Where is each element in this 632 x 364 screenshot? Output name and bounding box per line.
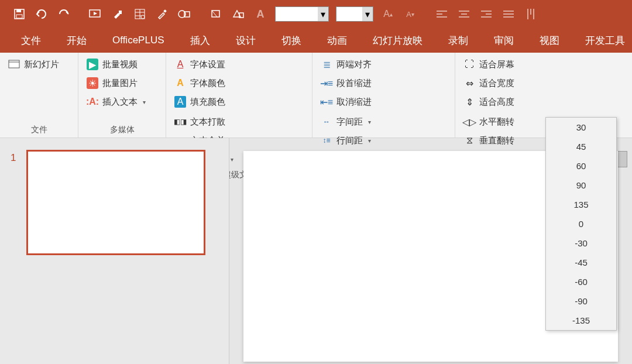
group-label: 多媒体 xyxy=(83,122,161,136)
slide-number: 1 xyxy=(11,150,16,352)
new-slide-icon xyxy=(8,59,20,70)
save-icon[interactable] xyxy=(12,6,27,22)
label: 插入文本 xyxy=(102,97,138,108)
fit-height-icon: ⇕ xyxy=(463,96,475,108)
tab-strip: 文件 开始 OfficePLUS 插入 设计 切换 动画 幻灯片放映 录制 审阅… xyxy=(0,28,632,53)
label: 字体颜色 xyxy=(190,78,225,89)
angle-option[interactable]: -90 xyxy=(546,291,616,311)
align-center-icon[interactable] xyxy=(456,6,472,22)
align-right-icon[interactable] xyxy=(479,6,494,22)
label: 适合高度 xyxy=(479,97,514,108)
label: 两端对齐 xyxy=(336,59,372,70)
label: 字间距 xyxy=(336,116,363,128)
new-slide-button[interactable]: 新幻灯片 xyxy=(5,56,73,73)
format-painter-icon[interactable] xyxy=(110,6,125,22)
tab-file[interactable]: 文件 xyxy=(8,28,54,53)
slideshow-start-icon[interactable] xyxy=(88,6,103,22)
shape-tool-icon[interactable] xyxy=(208,6,224,22)
tab-slideshow[interactable]: 幻灯片放映 xyxy=(360,28,435,53)
angle-option[interactable]: 60 xyxy=(546,156,616,176)
font-family-combo[interactable]: ▾ xyxy=(275,6,329,22)
align-justify-icon[interactable] xyxy=(501,6,516,22)
svg-rect-4 xyxy=(119,11,122,14)
justify-icon: ≣ xyxy=(321,59,332,70)
fit-height-button[interactable]: ⇕ 适合高度 xyxy=(460,94,627,110)
eyedropper-icon[interactable] xyxy=(154,6,170,22)
align-top-icon[interactable] xyxy=(523,6,538,22)
label: 适合宽度 xyxy=(479,78,514,89)
angle-option[interactable]: -135 xyxy=(546,311,616,330)
tab-record[interactable]: 录制 xyxy=(435,28,481,53)
fill-color-button[interactable]: A 填充颜色 xyxy=(171,94,307,110)
increase-font-icon[interactable]: A▴ xyxy=(380,6,396,22)
group-supertext: A 字体设置 A 字体颜色 A 填充颜色 ◧◨ 文本打散 ⇥⇤ xyxy=(166,53,312,138)
tab-officeplus[interactable]: OfficePLUS xyxy=(99,28,177,53)
font-color-icon: A xyxy=(174,77,186,89)
image-icon: ☀ xyxy=(87,77,98,89)
label: 批量视频 xyxy=(102,59,138,70)
chevron-down-icon[interactable]: ▾ xyxy=(318,7,328,21)
chevron-down-icon: ▾ xyxy=(368,119,371,125)
label: 填充颜色 xyxy=(190,97,225,108)
char-spacing-icon: ↔ xyxy=(321,116,332,128)
indent-icon: ⇥≡ xyxy=(321,77,332,89)
redo-icon[interactable] xyxy=(56,6,71,22)
group-multimedia: ▶ 批量视频 ☀ 批量图片 :A: 插入文本 ▾ 多媒体 xyxy=(78,53,166,138)
angle-option[interactable]: -45 xyxy=(546,253,616,272)
tab-view[interactable]: 视图 xyxy=(527,28,572,53)
angle-option[interactable]: 45 xyxy=(546,137,616,156)
quick-access-toolbar: A ▾ ▾ A▴ A▾ xyxy=(0,0,632,28)
tab-home[interactable]: 开始 xyxy=(54,28,99,53)
justify-button[interactable]: ≣ 两端对齐 xyxy=(317,56,450,73)
outdent-icon: ⇤≡ xyxy=(321,96,332,108)
tab-developer[interactable]: 开发工具 xyxy=(572,28,632,53)
tab-design[interactable]: 设计 xyxy=(223,28,269,53)
chevron-down-icon[interactable]: ▾ xyxy=(362,7,373,21)
font-color-button[interactable]: A 字体颜色 xyxy=(171,75,307,91)
tab-insert[interactable]: 插入 xyxy=(177,28,223,53)
remove-indent-button[interactable]: ⇤≡ 取消缩进 xyxy=(317,94,450,110)
label: 新幻灯片 xyxy=(24,59,59,70)
angle-option[interactable]: 30 xyxy=(546,118,616,137)
label: 取消缩进 xyxy=(336,97,372,108)
shape-tool2-icon[interactable] xyxy=(231,6,246,22)
label: 文本打散 xyxy=(190,116,225,128)
text-scatter-button[interactable]: ◧◨ 文本打散 xyxy=(171,114,307,130)
font-setting-icon: A xyxy=(174,59,186,70)
svg-rect-10 xyxy=(163,9,167,13)
align-left-icon[interactable] xyxy=(434,6,449,22)
insert-text-button[interactable]: :A: 插入文本 ▾ xyxy=(83,94,161,110)
flip-h-icon: ◁▷ xyxy=(463,116,475,128)
angle-option[interactable]: 135 xyxy=(546,195,616,214)
batch-video-button[interactable]: ▶ 批量视频 xyxy=(83,56,161,73)
video-icon: ▶ xyxy=(87,59,98,70)
batch-image-button[interactable]: ☀ 批量图片 xyxy=(83,75,161,91)
tab-animations[interactable]: 动画 xyxy=(314,28,360,53)
font-size-combo[interactable]: ▾ xyxy=(336,6,373,22)
angle-option[interactable]: 90 xyxy=(546,176,616,195)
angle-option[interactable]: 0 xyxy=(546,214,616,233)
svg-rect-29 xyxy=(9,60,19,68)
angle-option[interactable]: -60 xyxy=(546,272,616,291)
insert-table-icon[interactable] xyxy=(132,6,147,22)
font-setting-button[interactable]: A 字体设置 xyxy=(171,56,307,73)
fit-width-button[interactable]: ⇔ 适合宽度 xyxy=(460,75,627,91)
angle-option[interactable]: -30 xyxy=(546,233,616,253)
fit-screen-icon: ⛶ xyxy=(463,59,475,70)
label: 适合屏幕 xyxy=(479,59,514,70)
text-color-icon[interactable]: A xyxy=(253,6,268,22)
shapes-icon[interactable] xyxy=(177,6,192,22)
indent-first-button[interactable]: ⇥≡ 段首缩进 xyxy=(317,75,450,91)
angle-dropdown-menu: 30 45 60 90 135 0 -30 -45 -60 -90 -135 xyxy=(545,117,617,331)
fill-color-icon: A xyxy=(174,96,186,108)
chevron-down-icon: ▾ xyxy=(143,99,146,105)
decrease-font-icon[interactable]: A▾ xyxy=(403,6,418,22)
fit-width-icon: ⇔ xyxy=(463,77,475,89)
slide-thumbnail[interactable] xyxy=(26,150,205,255)
workspace: 1 xyxy=(0,138,632,364)
tab-review[interactable]: 审阅 xyxy=(481,28,527,53)
char-spacing-button[interactable]: ↔ 字间距 ▾ xyxy=(317,114,450,130)
fit-screen-button[interactable]: ⛶ 适合屏幕 xyxy=(460,56,627,73)
undo-icon[interactable] xyxy=(34,6,49,22)
tab-transitions[interactable]: 切换 xyxy=(269,28,314,53)
